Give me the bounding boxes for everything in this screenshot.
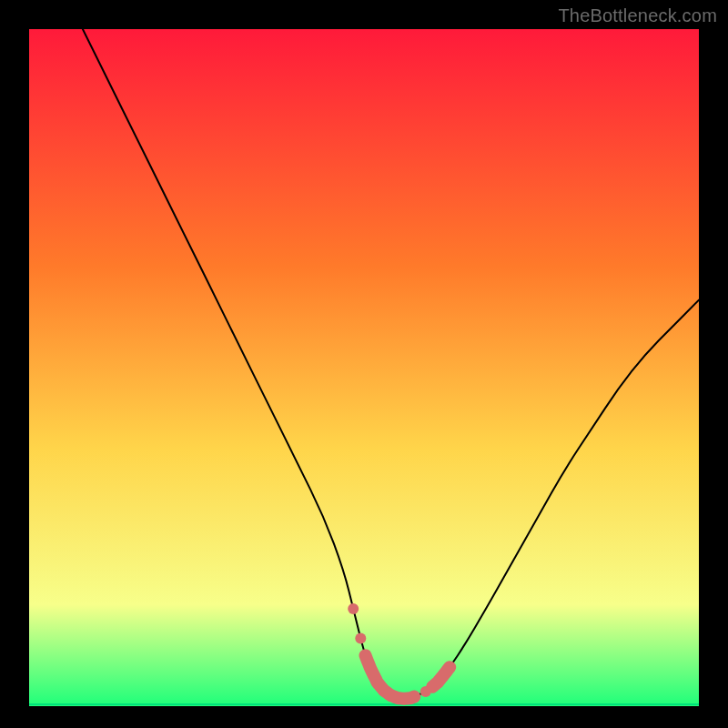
highlight-dot bbox=[355, 633, 366, 644]
chart-stage: TheBottleneck.com bbox=[0, 0, 728, 728]
bottleneck-plot-svg bbox=[29, 29, 699, 706]
watermark-text: TheBottleneck.com bbox=[558, 5, 717, 26]
plot-area bbox=[29, 29, 699, 706]
highlight-dot bbox=[348, 603, 359, 614]
gradient-background bbox=[29, 29, 699, 706]
